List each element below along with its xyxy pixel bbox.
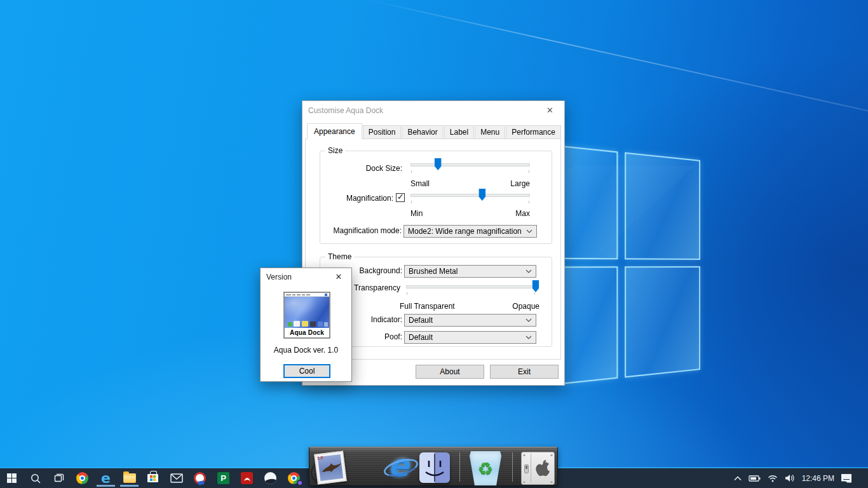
close-icon[interactable]: ✕ [326, 268, 351, 285]
internet-explorer-icon[interactable]: e [384, 451, 417, 484]
transparency-slider-track[interactable] [406, 285, 536, 288]
microsoft-store-icon [147, 474, 158, 482]
poof-select[interactable]: Default [404, 331, 536, 344]
thumbnail-desktop [285, 297, 329, 328]
thumbnail-dock-icon [288, 322, 292, 327]
magnification-slider-thumb[interactable] [478, 189, 485, 201]
tab-performance[interactable]: Performance [506, 125, 561, 139]
version-window: Version ✕ Aqua Dock Aqua Dock ver. 1.0 C… [260, 268, 352, 382]
dock-size-max-label: Large [510, 179, 530, 188]
task-view-button[interactable] [47, 468, 71, 488]
magnification-slider[interactable] [410, 189, 530, 201]
magnification-slider-track[interactable] [410, 194, 530, 197]
thumbnail-dock-icon [302, 321, 308, 327]
dock-separator [512, 452, 513, 482]
chevron-down-icon [526, 229, 532, 233]
windows-start-icon [7, 473, 17, 483]
magnification-label: Magnification: [315, 194, 393, 203]
apple-system-icon[interactable] [521, 452, 555, 485]
taskbar-file-explorer-button[interactable] [118, 468, 141, 488]
dock-size-min-label: Small [410, 179, 430, 188]
tab-label[interactable]: Label [444, 125, 474, 139]
apple-logo-icon [532, 457, 553, 481]
taskbar-search-button[interactable] [24, 468, 47, 488]
aqua-dock-thumbnail: Aqua Dock [283, 292, 330, 339]
theme-legend: Theme [325, 252, 354, 261]
poof-value: Default [409, 333, 526, 342]
dock-size-slider-track[interactable] [410, 163, 530, 166]
transparency-slider[interactable] [406, 280, 536, 293]
action-center-button[interactable] [840, 468, 853, 488]
publisher-icon: P [217, 472, 229, 484]
magnification-mode-select[interactable]: Mode2: Wide range magnification [403, 225, 537, 238]
magnification-checkbox[interactable]: ✓ [396, 193, 405, 202]
magnification-min-label: Min [410, 209, 423, 218]
indicator-select[interactable]: Default [404, 314, 536, 327]
window-title: Version [266, 268, 292, 286]
transparency-max-label: Opaque [512, 302, 539, 311]
taskbar-edge-button[interactable]: e [94, 468, 118, 488]
action-center-icon [841, 474, 851, 483]
titlebar[interactable]: Customise Aqua Dock ✕ [302, 101, 564, 120]
taskbar-publisher-button[interactable]: P [212, 468, 235, 488]
task-view-icon [53, 473, 65, 484]
checkmark-icon: ✓ [397, 192, 404, 201]
file-explorer-icon [123, 473, 136, 483]
chrome-icon [76, 472, 88, 484]
windows-logo-pane [559, 266, 618, 384]
magnification-mode-label: Magnification mode: [315, 226, 402, 235]
transparency-min-label: Full Transparent [400, 302, 455, 311]
chevron-down-icon [526, 318, 532, 322]
thumbnail-caption: Aqua Dock [285, 328, 329, 337]
profile-badge [297, 480, 303, 486]
taskbar-acrobat-button[interactable] [235, 468, 259, 488]
start-button[interactable] [0, 468, 24, 488]
taskbar-chrome-button[interactable] [71, 468, 94, 488]
tab-position[interactable]: Position [363, 125, 402, 139]
version-text: Aqua Dock ver. 1.0 [261, 346, 351, 355]
taskbar-chrome-profile-button[interactable] [282, 468, 306, 488]
tab-appearance[interactable]: Appearance [307, 123, 362, 139]
background-value: Brushed Metal [409, 267, 526, 276]
titlebar[interactable]: Version ✕ [261, 268, 351, 286]
dock-size-slider[interactable] [410, 158, 530, 171]
hidden-icons-chevron[interactable] [733, 468, 743, 488]
search-icon [30, 473, 41, 484]
taskbar-game-app-button[interactable] [259, 468, 282, 488]
magnification-mode-value: Mode2: Wide range magnification [408, 227, 526, 236]
tab-behavior[interactable]: Behavior [402, 125, 443, 139]
window-title: Customise Aqua Dock [308, 101, 383, 120]
volume-icon[interactable] [783, 468, 796, 488]
taskbar-mail-button[interactable] [165, 468, 188, 488]
background-select[interactable]: Brushed Metal [404, 265, 536, 278]
game-app-icon [264, 472, 276, 484]
finder-icon[interactable] [419, 452, 450, 483]
system-tray: 12:46 PM [733, 468, 868, 488]
wifi-icon[interactable] [766, 468, 779, 488]
taskbar-media-app-button[interactable] [188, 468, 212, 488]
dock-size-slider-thumb[interactable] [435, 158, 442, 170]
chevron-down-icon [526, 336, 532, 339]
taskbar-store-button[interactable] [141, 468, 165, 488]
exit-button[interactable]: Exit [490, 365, 559, 379]
tab-menu[interactable]: Menu [475, 125, 505, 139]
chevron-down-icon [526, 269, 532, 273]
indicator-value: Default [409, 316, 526, 325]
battery-icon[interactable] [747, 468, 762, 488]
dock-separator [459, 452, 460, 482]
close-icon[interactable]: ✕ [536, 101, 564, 119]
mail-stamp-icon[interactable]: 1.0 [312, 451, 346, 485]
recycle-symbol-icon: ♻ [470, 459, 501, 479]
about-button[interactable]: About [416, 365, 484, 379]
windows-logo-pane [625, 266, 700, 378]
trash-recycle-icon[interactable]: ♻ [470, 451, 501, 485]
stamp-version-badge: 1.0 [317, 455, 324, 460]
windows-logo-pane [625, 152, 700, 260]
thumbnail-dock-icon [294, 321, 300, 327]
acrobat-reader-icon [241, 472, 253, 484]
media-app-icon [194, 472, 206, 484]
mail-icon [170, 473, 183, 483]
size-legend: Size [325, 146, 345, 155]
cool-button[interactable]: Cool [283, 364, 330, 378]
taskbar-clock[interactable]: 12:46 PM [801, 468, 836, 488]
